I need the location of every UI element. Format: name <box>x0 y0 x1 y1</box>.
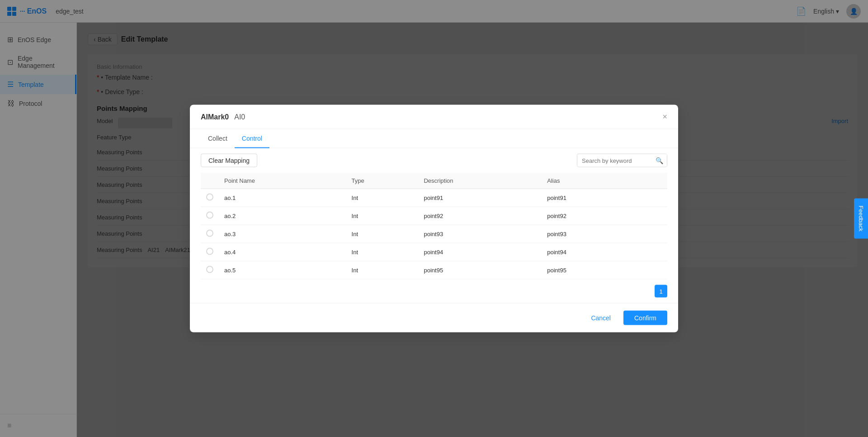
point-name-cell-3: ao.4 <box>219 243 346 261</box>
radio-button-2[interactable] <box>206 230 213 237</box>
table-row: ao.2 Int point92 point92 <box>201 207 667 225</box>
point-name-cell-4: ao.5 <box>219 261 346 279</box>
type-cell-2: Int <box>346 225 419 243</box>
confirm-button[interactable]: Confirm <box>623 311 667 325</box>
point-name-cell-2: ao.3 <box>219 225 346 243</box>
alias-cell-3: point94 <box>542 243 634 261</box>
table-row: ao.5 Int point95 point95 <box>201 261 667 279</box>
description-cell-3: point94 <box>418 243 542 261</box>
modal-tabs: Collect Control <box>190 129 678 148</box>
feedback-tab[interactable]: Feedback <box>854 198 868 238</box>
description-cell-4: point95 <box>418 261 542 279</box>
table-row: ao.4 Int point94 point94 <box>201 243 667 261</box>
type-cell-1: Int <box>346 207 419 225</box>
col-point-name: Point Name <box>219 173 346 189</box>
type-cell-3: Int <box>346 243 419 261</box>
search-input[interactable] <box>577 154 652 166</box>
modal-subtitle: AI0 <box>234 113 245 121</box>
radio-cell-1[interactable] <box>201 207 219 225</box>
type-cell-4: Int <box>346 261 419 279</box>
radio-button-4[interactable] <box>206 266 213 273</box>
point-name-cell-0: ao.1 <box>219 189 346 207</box>
col-extra <box>634 173 667 189</box>
description-cell-0: point91 <box>418 189 542 207</box>
point-name-cell-1: ao.2 <box>219 207 346 225</box>
modal-toolbar: Clear Mapping 🔍 <box>190 148 678 173</box>
col-radio <box>201 173 219 189</box>
description-cell-2: point93 <box>418 225 542 243</box>
table-body: ao.1 Int point91 point91 ao.2 Int point9… <box>201 189 667 279</box>
radio-button-1[interactable] <box>206 212 213 219</box>
search-icon: 🔍 <box>652 154 667 167</box>
modal-footer: Cancel Confirm <box>190 303 678 332</box>
col-type: Type <box>346 173 419 189</box>
col-alias: Alias <box>542 173 634 189</box>
extra-cell-4 <box>634 261 667 279</box>
modal-table: Point Name Type Description Alias ao.1 I… <box>201 173 667 280</box>
alias-cell-4: point95 <box>542 261 634 279</box>
page-1-button[interactable]: 1 <box>655 285 667 298</box>
radio-cell-2[interactable] <box>201 225 219 243</box>
alias-cell-2: point93 <box>542 225 634 243</box>
alias-cell-0: point91 <box>542 189 634 207</box>
extra-cell-1 <box>634 207 667 225</box>
table-row: ao.3 Int point93 point93 <box>201 225 667 243</box>
radio-button-0[interactable] <box>206 194 213 201</box>
extra-cell-0 <box>634 189 667 207</box>
table-row: ao.1 Int point91 point91 <box>201 189 667 207</box>
modal-header: AIMark0 AI0 × <box>190 105 678 129</box>
feedback-label: Feedback <box>858 205 864 231</box>
modal-pagination: 1 <box>190 280 678 303</box>
description-cell-1: point92 <box>418 207 542 225</box>
radio-cell-0[interactable] <box>201 189 219 207</box>
tab-collect[interactable]: Collect <box>201 129 235 148</box>
table-header-row: Point Name Type Description Alias <box>201 173 667 189</box>
extra-cell-2 <box>634 225 667 243</box>
alias-cell-1: point92 <box>542 207 634 225</box>
radio-button-3[interactable] <box>206 248 213 255</box>
mapping-modal: AIMark0 AI0 × Collect Control Clear Mapp… <box>190 105 678 332</box>
extra-cell-3 <box>634 243 667 261</box>
points-table: Point Name Type Description Alias ao.1 I… <box>201 173 667 280</box>
modal-close-button[interactable]: × <box>662 112 667 122</box>
cancel-button[interactable]: Cancel <box>584 311 618 325</box>
search-box: 🔍 <box>577 154 667 167</box>
type-cell-0: Int <box>346 189 419 207</box>
radio-cell-3[interactable] <box>201 243 219 261</box>
col-description: Description <box>418 173 542 189</box>
modal-title: AIMark0 <box>201 113 229 121</box>
tab-control[interactable]: Control <box>235 129 269 148</box>
radio-cell-4[interactable] <box>201 261 219 279</box>
clear-mapping-button[interactable]: Clear Mapping <box>201 154 257 167</box>
